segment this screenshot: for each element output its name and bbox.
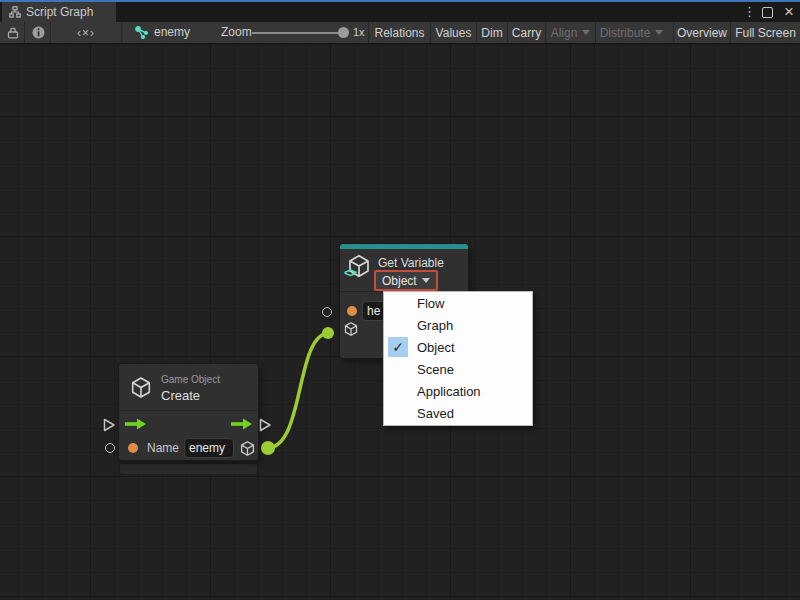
check-icon: ✓ — [388, 337, 408, 357]
create-node[interactable]: Game Object Create Name — [119, 364, 258, 460]
info-icon — [32, 26, 45, 39]
toolbar: ‹×› enemy Zoom 1x Relations Values Dim C… — [0, 22, 800, 44]
distribute-button[interactable]: Distribute — [595, 22, 667, 43]
cube-icon — [129, 375, 153, 400]
flow-port-row — [119, 411, 258, 437]
chevron-down-icon — [422, 278, 430, 283]
get-variable-title: Get Variable — [378, 256, 444, 270]
game-object-port-icon[interactable] — [343, 321, 359, 337]
maximize-icon[interactable] — [762, 7, 773, 18]
zoom-label: Zoom — [221, 22, 252, 43]
code-tag-icon: <> — [344, 266, 356, 280]
variable-kind-value: Object — [382, 274, 417, 288]
breadcrumb[interactable]: enemy — [154, 22, 190, 43]
graph-hierarchy-icon — [9, 6, 21, 18]
carry-button[interactable]: Carry — [507, 22, 545, 43]
tab-bar: Script Graph ⋮ × — [0, 2, 800, 22]
create-node-title: Create — [161, 388, 200, 403]
chevron-down-icon — [582, 30, 590, 35]
overview-button[interactable]: Overview — [673, 22, 730, 43]
name-port-row: Name — [119, 437, 258, 459]
flow-output-port[interactable] — [258, 417, 272, 433]
flow-input-port[interactable] — [102, 417, 116, 433]
chevron-down-icon — [655, 30, 663, 35]
create-node-footer — [120, 464, 257, 474]
window-menu-icon[interactable]: ⋮ — [743, 2, 753, 22]
close-icon[interactable]: × — [782, 3, 796, 21]
align-button[interactable]: Align — [545, 22, 595, 43]
menu-item-flow[interactable]: Flow — [384, 292, 532, 314]
value-port-dot[interactable] — [347, 306, 357, 316]
graph-breadcrumb-icon — [134, 22, 150, 43]
value-port-dot[interactable] — [128, 443, 138, 453]
code-brackets-icon: ‹×› — [77, 26, 95, 40]
flow-output-arrow-icon[interactable] — [230, 418, 253, 430]
menu-item-saved[interactable]: Saved — [384, 403, 532, 425]
menu-item-application[interactable]: Application — [384, 381, 532, 403]
create-node-header: Game Object Create — [119, 364, 258, 411]
tab-label: Script Graph — [26, 5, 93, 19]
info-button[interactable] — [28, 22, 48, 43]
name-port-label: Name — [147, 441, 179, 455]
name-input[interactable] — [184, 438, 234, 458]
value-input-port[interactable] — [105, 443, 115, 453]
variable-kind-menu: Flow Graph ✓ Object Scene Application Sa… — [383, 291, 533, 426]
toolbar-buttons: Relations Values Dim Carry Align Distrib… — [368, 22, 800, 43]
menu-item-graph[interactable]: Graph — [384, 314, 532, 336]
object-input-port-connected[interactable] — [322, 327, 334, 339]
value-input-port[interactable] — [322, 307, 332, 317]
lock-button[interactable] — [4, 22, 22, 43]
tab-script-graph[interactable]: Script Graph — [2, 2, 116, 22]
create-node-subtitle: Game Object — [161, 374, 220, 385]
values-button[interactable]: Values — [430, 22, 476, 43]
zoom-value: 1x — [353, 22, 365, 43]
code-view-button[interactable]: ‹×› — [55, 22, 117, 43]
menu-item-scene[interactable]: Scene — [384, 359, 532, 381]
lock-icon — [7, 26, 19, 39]
menu-item-object[interactable]: ✓ Object — [384, 336, 532, 358]
value-output-port-connected[interactable] — [261, 441, 275, 455]
flow-input-arrow-icon[interactable] — [124, 418, 147, 430]
variable-kind-dropdown[interactable]: Object — [374, 270, 438, 291]
zoom-slider-handle[interactable] — [338, 27, 349, 38]
zoom-slider-track[interactable] — [252, 32, 340, 34]
dim-button[interactable]: Dim — [476, 22, 507, 43]
relations-button[interactable]: Relations — [368, 22, 430, 43]
game-object-port-icon[interactable] — [239, 440, 256, 457]
full-screen-button[interactable]: Full Screen — [730, 22, 800, 43]
get-variable-header: <> Get Variable Object — [340, 249, 468, 292]
